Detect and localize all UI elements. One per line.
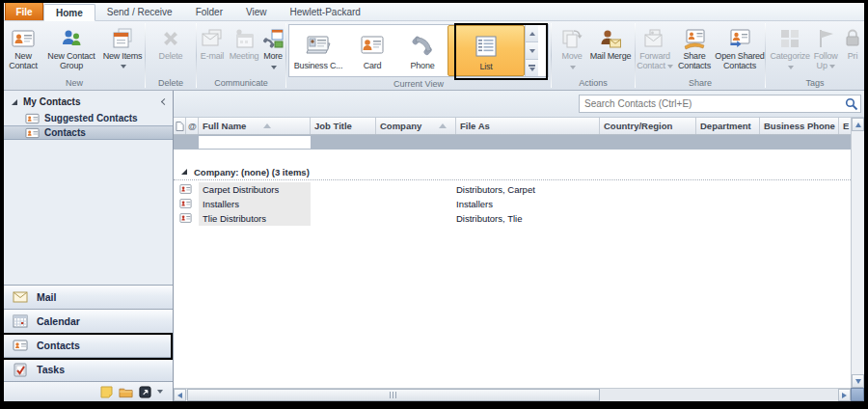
document-icon bbox=[176, 121, 184, 132]
gallery-more-button[interactable] bbox=[526, 60, 538, 76]
scroll-left-button[interactable] bbox=[174, 389, 186, 401]
email-label: E-mail bbox=[201, 52, 224, 62]
notes-icon[interactable] bbox=[100, 386, 113, 398]
department-header-label: Department bbox=[700, 121, 751, 131]
more-icon bbox=[260, 25, 285, 52]
left-arrow-icon bbox=[177, 393, 182, 398]
table-row[interactable]: Tlie Distributors Distributors, Tlie bbox=[174, 211, 851, 226]
new-contact-input[interactable] bbox=[199, 136, 311, 149]
column-header-full-name[interactable]: Full Name bbox=[199, 118, 311, 134]
view-business-card-label: Business C... bbox=[294, 61, 342, 70]
my-contacts-header[interactable]: My Contacts bbox=[4, 95, 173, 111]
delete-button[interactable]: Delete bbox=[149, 23, 193, 77]
column-header-department[interactable]: Department bbox=[696, 118, 760, 134]
move-icon bbox=[559, 25, 584, 52]
meeting-button[interactable]: Meeting bbox=[228, 23, 260, 77]
nav-tasks-button[interactable]: Tasks bbox=[4, 357, 173, 381]
group-header-label: Company: (none) (3 items) bbox=[194, 167, 310, 177]
horizontal-scrollbar[interactable] bbox=[174, 388, 851, 401]
shortcuts-icon[interactable] bbox=[139, 386, 151, 398]
gallery-scroll-up-button[interactable] bbox=[526, 25, 538, 42]
group-label-communicate: Communicate bbox=[197, 77, 285, 90]
collapse-pane-icon[interactable] bbox=[161, 98, 168, 105]
new-items-button[interactable]: New Items bbox=[101, 23, 144, 77]
contact-card-icon bbox=[25, 112, 40, 125]
tab-home[interactable]: Home bbox=[43, 4, 95, 21]
search-input[interactable] bbox=[580, 98, 843, 109]
nav-mail-button[interactable]: Mail bbox=[4, 285, 173, 309]
gallery-more-icon bbox=[529, 65, 535, 67]
right-arrow-icon bbox=[842, 393, 847, 398]
scroll-up-button[interactable] bbox=[852, 118, 864, 131]
sidebar-item-suggested-contacts[interactable]: Suggested Contacts bbox=[4, 111, 173, 125]
ribbon-group-share: Forward Contact Share Contacts Open Shar… bbox=[636, 21, 765, 90]
sidebar-item-contacts[interactable]: Contacts bbox=[4, 125, 173, 140]
email-header-label: E bbox=[843, 121, 849, 131]
view-card-button[interactable]: Card bbox=[347, 25, 397, 76]
new-contact-button[interactable]: New Contact bbox=[5, 23, 41, 77]
search-bar-row bbox=[174, 91, 864, 118]
delete-label: Delete bbox=[159, 52, 183, 62]
column-header-country-region[interactable]: Country/Region bbox=[600, 118, 696, 134]
dropdown-arrow-icon bbox=[570, 66, 576, 69]
table-header: @ Full Name Job Title Company File As Co… bbox=[174, 118, 851, 135]
cell-file-as: Distributors, Carpet bbox=[456, 182, 535, 197]
folder-list-icon[interactable] bbox=[119, 386, 133, 398]
column-header-icon[interactable] bbox=[174, 118, 186, 134]
business-card-icon bbox=[304, 30, 333, 61]
column-header-file-as[interactable]: File As bbox=[456, 118, 600, 134]
gallery-scroll-down-button[interactable] bbox=[526, 42, 538, 60]
email-button[interactable]: E-mail bbox=[197, 23, 228, 77]
nav-calendar-button[interactable]: Calendar bbox=[4, 309, 173, 333]
module-buttons: Mail Calendar Contacts Tasks bbox=[4, 285, 173, 401]
mail-merge-label: Mail Merge bbox=[590, 52, 632, 62]
new-contact-group-label: New Contact Group bbox=[41, 52, 101, 70]
group-label-delete: Delete bbox=[146, 77, 196, 90]
tab-send-receive[interactable]: Send / Receive bbox=[95, 3, 184, 20]
scroll-right-button[interactable] bbox=[838, 389, 851, 401]
nav-contacts-button[interactable]: Contacts bbox=[4, 333, 173, 357]
phone-icon bbox=[409, 30, 436, 61]
tab-folder[interactable]: Folder bbox=[184, 3, 234, 20]
search-icon[interactable] bbox=[843, 97, 860, 111]
follow-up-button[interactable]: Follow Up bbox=[810, 23, 841, 77]
column-header-business-phone[interactable]: Business Phone bbox=[760, 118, 839, 134]
scroll-down-button[interactable] bbox=[852, 374, 864, 388]
view-business-card-button[interactable]: Business C... bbox=[289, 25, 347, 76]
view-phone-button[interactable]: Phone bbox=[397, 25, 448, 76]
column-header-attachment[interactable]: @ bbox=[186, 118, 199, 134]
table-row[interactable]: Carpet Distributors Distributors, Carpet bbox=[174, 182, 851, 197]
column-header-company[interactable]: Company bbox=[376, 118, 456, 134]
horizontal-scroll-thumb[interactable] bbox=[187, 389, 600, 401]
share-contacts-button[interactable]: Share Contacts bbox=[674, 23, 715, 77]
tab-hewlett-packard[interactable]: Hewlett-Packard bbox=[278, 3, 371, 20]
suggested-contacts-label: Suggested Contacts bbox=[44, 113, 138, 123]
list-icon bbox=[473, 31, 500, 62]
nav-contacts-label: Contacts bbox=[37, 340, 80, 351]
up-arrow-icon bbox=[855, 123, 861, 127]
vertical-scrollbar[interactable] bbox=[851, 118, 864, 388]
configure-buttons-icon[interactable] bbox=[157, 390, 163, 394]
move-button[interactable]: Move bbox=[555, 23, 589, 77]
view-list-button[interactable]: List bbox=[448, 25, 525, 76]
navigation-pane: My Contacts Suggested Contacts Contacts … bbox=[4, 91, 174, 401]
contact-card-icon bbox=[25, 126, 40, 140]
table-row[interactable]: Installers Installers bbox=[174, 197, 851, 211]
tab-view[interactable]: View bbox=[234, 3, 279, 20]
down-arrow-icon bbox=[855, 379, 861, 384]
open-shared-contacts-button[interactable]: Open Shared Contacts bbox=[715, 23, 765, 77]
more-label: More bbox=[263, 51, 283, 61]
new-contact-group-icon bbox=[59, 25, 84, 52]
open-shared-contacts-icon bbox=[727, 25, 752, 52]
more-button[interactable]: More bbox=[260, 23, 285, 77]
column-header-job-title[interactable]: Job Title bbox=[311, 118, 376, 134]
private-button[interactable]: Pri bbox=[841, 23, 864, 77]
categorize-button[interactable]: Categorize bbox=[770, 23, 810, 77]
tab-file[interactable]: File bbox=[5, 3, 43, 20]
group-header-row[interactable]: Company: (none) (3 items) bbox=[174, 164, 851, 180]
mail-merge-button[interactable]: Mail Merge bbox=[589, 23, 632, 77]
column-header-email-truncated[interactable]: E bbox=[839, 118, 851, 134]
forward-contact-button[interactable]: Forward Contact bbox=[636, 23, 674, 77]
new-contact-group-button[interactable]: New Contact Group bbox=[41, 23, 101, 77]
business-phone-header-label: Business Phone bbox=[764, 121, 835, 131]
